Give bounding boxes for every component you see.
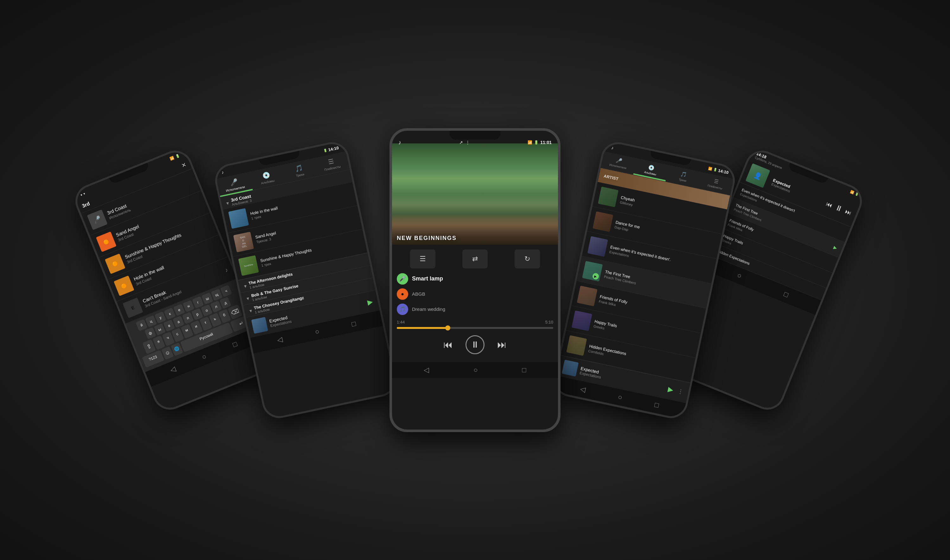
play-pause-button[interactable]: ⏸ xyxy=(465,335,485,354)
expand-icon[interactable]: ▾ xyxy=(226,200,229,206)
play-pause-button-r2[interactable]: ⏸ xyxy=(834,203,844,214)
tab-playlists-label-r1: Плейлисты xyxy=(707,184,723,190)
expand-icon-3[interactable]: ▾ xyxy=(246,295,250,302)
home-button[interactable]: ○ xyxy=(473,366,477,374)
time-current: 1:44 xyxy=(397,320,405,325)
microphone-icon: 🎤 xyxy=(397,273,408,285)
progress-thumb[interactable] xyxy=(445,325,450,331)
bottom-nav-center: ◁ ○ □ xyxy=(392,362,558,378)
back-button[interactable]: ◁ xyxy=(169,365,177,374)
music-note-icon: ♪ xyxy=(398,139,401,146)
player-controls-area: ☰ ⇄ ↻ 🎤 Smart lamp ● ABGB 🎵 Dream weddin… xyxy=(392,245,558,362)
home-button[interactable]: ○ xyxy=(201,352,208,361)
playback-mode-buttons: ☰ ⇄ ↻ xyxy=(397,249,553,268)
tab-tracks-label: Треки xyxy=(296,172,305,177)
playlist-button[interactable]: ☰ xyxy=(410,249,436,268)
back-button[interactable]: ◁ xyxy=(579,385,587,394)
recents-button[interactable]: □ xyxy=(231,340,239,349)
back-button[interactable]: ◁ xyxy=(276,335,283,344)
shuffle-button[interactable]: ⇄ xyxy=(462,249,488,268)
progress-bar[interactable] xyxy=(397,327,553,329)
next-button[interactable]: ⏭ xyxy=(497,339,507,350)
home-button[interactable]: □ xyxy=(782,290,790,299)
recents-button[interactable]: □ xyxy=(351,319,357,328)
track-name-row: 🎤 Smart lamp xyxy=(397,273,553,285)
next-button-r2[interactable]: ⏭ xyxy=(844,207,853,217)
tab-artists-label-r1: Исполнители xyxy=(609,163,627,170)
now-playing-play-icon-r1[interactable]: ▶ xyxy=(667,385,674,394)
album-name: Dream wedding xyxy=(412,306,445,312)
recents-button[interactable]: □ xyxy=(522,366,526,374)
tab-albums-label: Альбомы xyxy=(260,178,274,185)
now-playing-play-icon[interactable]: ▶ xyxy=(367,297,374,306)
playing-indicator: ▶ xyxy=(592,272,599,280)
expand-icon-2[interactable]: ▾ xyxy=(243,283,247,289)
time-total: 5:10 xyxy=(545,320,553,325)
album-art-title: NEW BEGINNINGS xyxy=(397,235,457,242)
kb-key[interactable]: ч xyxy=(220,285,232,297)
home-button[interactable]: ○ xyxy=(617,393,623,402)
tab-tracks-label-r1: Треки xyxy=(679,178,687,182)
tab-playlists-label: Плейлисты xyxy=(324,165,341,172)
recents-button[interactable]: □ xyxy=(654,400,660,409)
progress-bar-fill xyxy=(397,327,448,329)
share-icon[interactable]: ↗ xyxy=(459,140,463,145)
repeat-button[interactable]: ↻ xyxy=(514,249,540,268)
home-button[interactable]: ○ xyxy=(314,327,320,336)
more-options-icon-r1[interactable]: ⋮ xyxy=(677,388,684,395)
artist-icon: ● xyxy=(397,288,408,300)
time-center: 11:01 xyxy=(540,140,552,145)
album-name-row: 🎵 Dream wedding xyxy=(397,303,553,315)
album-art-center: NEW BEGINNINGS xyxy=(392,143,558,245)
album-title-overlay: NEW BEGINNINGS xyxy=(392,226,558,245)
tab-albums-label-r1: Альбомы xyxy=(644,170,656,176)
expand-icon-4[interactable]: ▾ xyxy=(249,308,253,314)
time-left1: 14:10 xyxy=(328,145,339,152)
track-name: Smart lamp xyxy=(412,275,443,282)
artist-name: ABGB xyxy=(412,291,425,297)
phones-container: ▾ ▾ 10:53 📶 🔋 3rd ✕ 🎤 3rd Coas xyxy=(32,27,918,534)
music-note-icon: ♪ xyxy=(221,169,224,175)
progress-area: 1:44 5:10 xyxy=(397,320,553,329)
progress-times: 1:44 5:10 xyxy=(397,320,553,325)
album-icon: 🎵 xyxy=(397,303,408,315)
music-note-icon: ♪ xyxy=(611,145,614,150)
back-button[interactable]: ◁ xyxy=(424,366,429,374)
time-right1: 14:10 xyxy=(718,168,729,175)
artist-name-row: ● ABGB xyxy=(397,288,553,300)
prev-button[interactable]: ⏮ xyxy=(443,339,453,350)
transport-controls: ⏮ ⏸ ⏭ xyxy=(397,329,553,357)
search-query-left2: 3rd xyxy=(82,201,91,209)
close-icon-left2[interactable]: ✕ xyxy=(180,161,188,169)
prev-button-r2[interactable]: ⏮ xyxy=(825,200,834,209)
phone-center: ♪ ↗ ⋮ 📶 🔋 11:01 NEW BEGIN xyxy=(390,128,560,432)
more-icon[interactable]: ⋮ xyxy=(465,140,470,145)
playing-indicator-r2: ▶ xyxy=(833,245,838,251)
kb-key[interactable]: д xyxy=(219,297,231,309)
back-button[interactable]: ○ xyxy=(736,271,743,280)
notch-center xyxy=(450,131,500,140)
phone-center-screen: ♪ ↗ ⋮ 📶 🔋 11:01 NEW BEGIN xyxy=(392,131,558,429)
